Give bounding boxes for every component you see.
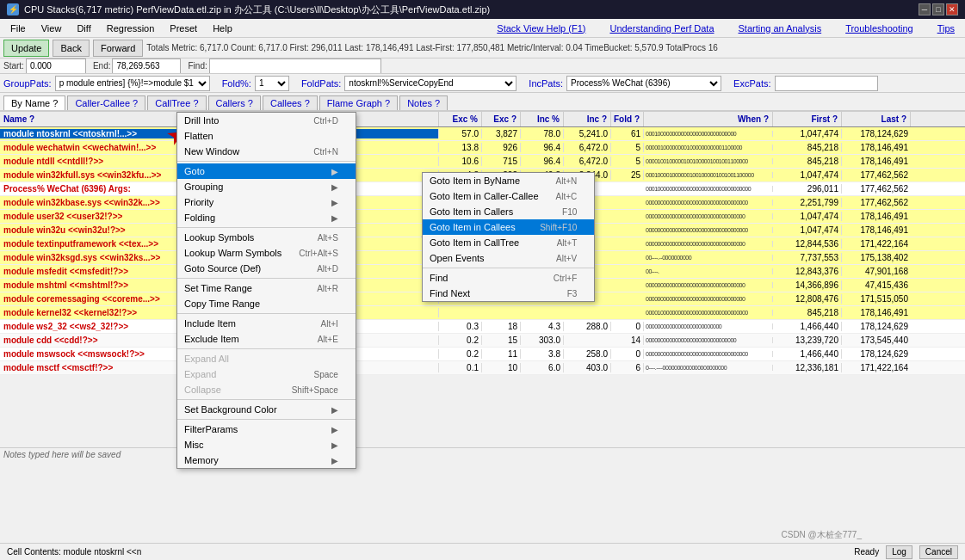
cm2-goto-caller-callee[interactable]: Goto Item in Caller-CalleeAlt+C	[423, 188, 594, 204]
cm1-grouping[interactable]: Grouping▶	[177, 179, 356, 194]
when-cell: 00001000000000000000000000000000000	[644, 310, 773, 316]
cm1-lookup-warm-symbols[interactable]: Lookup Warm SymbolsCtrl+Alt+S	[177, 245, 356, 261]
menu-diff[interactable]: Diff	[70, 20, 97, 37]
link-troubleshooting[interactable]: Troubleshooting	[838, 20, 919, 37]
cm1-copy-time-range[interactable]: Copy Time Range	[177, 296, 356, 311]
header-exc-pct[interactable]: Exc %	[439, 112, 482, 126]
cm1-drill-into[interactable]: Drill IntoCtrl+D	[177, 113, 356, 128]
grouppats-select[interactable]: p module entries] {%}!=>module $1 ▼	[55, 76, 210, 91]
when-cell: 00001001000001001000001001001100000	[644, 158, 773, 164]
tabs-bar: By Name ? Caller-Callee ? CallTree ? Cal…	[0, 93, 965, 112]
tab-callees[interactable]: Callees ?	[263, 95, 318, 110]
start-input[interactable]	[26, 58, 86, 74]
close-button[interactable]: ✕	[946, 3, 958, 15]
cm2-find-next[interactable]: Find NextF3	[423, 286, 594, 301]
table-row[interactable]: module mswsock <<mswsock!?>>0.2113.8258.…	[0, 348, 965, 361]
row-cell: 0	[611, 322, 644, 331]
first-cell: 14,366,896	[773, 280, 842, 290]
first-cell: 13,239,720	[773, 335, 842, 345]
foldpats-select[interactable]: ntoskrnl!%ServiceCopyEnd	[344, 76, 517, 91]
maximize-button[interactable]: □	[932, 3, 944, 15]
menu-file[interactable]: File	[3, 20, 33, 37]
header-exc[interactable]: Exc ?	[482, 112, 521, 126]
find-input[interactable]	[209, 58, 381, 74]
log-button[interactable]: Log	[886, 545, 912, 559]
minimize-button[interactable]: ─	[919, 3, 931, 15]
end-input[interactable]	[112, 58, 181, 74]
table-row[interactable]: module ntdll <<ntdll!?>>10.671596.46,472…	[0, 155, 965, 169]
cm2-find[interactable]: FindCtrl+F	[423, 270, 594, 286]
cm1-sep5	[177, 348, 356, 349]
table-row[interactable]: module kernel32 <<kernel32!?>>0000100000…	[0, 306, 965, 320]
cm1-new-window[interactable]: New WindowCtrl+N	[177, 144, 356, 159]
excpats-input[interactable]	[775, 76, 878, 91]
tab-by-name[interactable]: By Name ?	[3, 95, 65, 110]
cm2-goto-calltree[interactable]: Goto Item in CallTreeAlt+T	[423, 235, 594, 250]
context-menu-1[interactable]: Drill IntoCtrl+D Flatten New WindowCtrl+…	[176, 112, 356, 469]
last-cell: 178,146,491	[842, 308, 911, 317]
row-cell: 926	[482, 143, 521, 152]
cancel-button[interactable]: Cancel	[919, 545, 958, 559]
table-row[interactable]: module wechatwin <<wechatwin!...>>13.892…	[0, 141, 965, 155]
link-starting-analysis[interactable]: Starting an Analysis	[732, 20, 829, 37]
back-button[interactable]: Back	[53, 40, 89, 57]
tab-calltree[interactable]: CallTree ?	[147, 95, 206, 110]
table-row[interactable]: module ws2_32 <<ws2_32!?>>0.3184.3288.00…	[0, 320, 965, 334]
grouppats-label[interactable]: GroupPats:	[3, 78, 52, 89]
cm2-goto-byname[interactable]: Goto Item in ByNameAlt+N	[423, 173, 594, 188]
cm2-open-events[interactable]: Open EventsAlt+V	[423, 250, 594, 266]
table-row[interactable]: module msctf <<msctf!?>>0.1106.0403.060-…	[0, 361, 965, 375]
incpats-label[interactable]: IncPats:	[529, 78, 563, 89]
last-cell: 171,422,164	[842, 239, 911, 249]
cm1-exclude-item[interactable]: Exclude ItemAlt+E	[177, 331, 356, 347]
tab-notes[interactable]: Notes ?	[399, 95, 448, 110]
cm1-lookup-symbols[interactable]: Lookup SymbolsAlt+S	[177, 230, 356, 245]
link-understanding-perf[interactable]: Understanding Perf Data	[603, 20, 721, 37]
foldpats-label[interactable]: FoldPats:	[301, 78, 341, 89]
cm1-set-bg-color[interactable]: Set Background Color▶	[177, 402, 356, 417]
table-row[interactable]: module ntoskrnl <<ntoskrnl!...>>57.03,82…	[0, 127, 965, 141]
cm1-flatten[interactable]: Flatten	[177, 128, 356, 144]
header-first[interactable]: First ?	[773, 112, 842, 126]
info-bar: Start: End: Find:	[0, 58, 965, 74]
menu-regression[interactable]: Regression	[100, 20, 162, 37]
first-cell: 296,011	[773, 184, 842, 194]
cm1-set-time-range[interactable]: Set Time RangeAlt+R	[177, 280, 356, 296]
watermark: CSDN @木桩全777_	[781, 529, 862, 541]
cm1-misc[interactable]: Misc▶	[177, 437, 356, 452]
menu-view[interactable]: View	[34, 20, 69, 37]
link-stack-view-help[interactable]: Stack View Help (F1)	[490, 20, 592, 37]
when-cell: 0000000000000000000000000000000000	[644, 241, 773, 247]
excpats-label[interactable]: ExcPats:	[733, 78, 770, 89]
table-row[interactable]: module cdd <<cdd!?>>0.215303.01400000000…	[0, 334, 965, 348]
title-controls[interactable]: ─ □ ✕	[919, 3, 958, 15]
update-button[interactable]: Update	[3, 40, 49, 57]
header-inc-pct[interactable]: Inc %	[521, 112, 564, 126]
cm1-memory[interactable]: Memory▶	[177, 452, 356, 468]
cm2-goto-callees[interactable]: Goto Item in CalleesShift+F10	[423, 219, 594, 235]
cm1-goto-source[interactable]: Goto Source (Def)Alt+D	[177, 261, 356, 276]
tab-flame-graph[interactable]: Flame Graph ?	[319, 95, 398, 110]
cm2-goto-callers[interactable]: Goto Item in CallersF10	[423, 204, 594, 219]
header-when[interactable]: When ?	[644, 112, 773, 126]
foldpct-label[interactable]: Fold%:	[222, 78, 251, 89]
header-last[interactable]: Last ?	[842, 112, 911, 126]
tab-caller-callee[interactable]: Caller-Callee ?	[67, 95, 145, 110]
menu-preset[interactable]: Preset	[163, 20, 204, 37]
menu-help[interactable]: Help	[206, 20, 239, 37]
link-tips[interactable]: Tips	[931, 20, 962, 37]
tab-callers[interactable]: Callers ?	[208, 95, 261, 110]
cm1-priority[interactable]: Priority▶	[177, 194, 356, 210]
menu-bar: File View Diff Regression Preset Help St…	[0, 19, 965, 38]
cm1-goto[interactable]: Goto▶	[177, 163, 356, 179]
incpats-select[interactable]: Process% WeChat (6396)	[566, 76, 721, 91]
forward-button[interactable]: Forward	[93, 40, 143, 57]
header-fold[interactable]: Fold ?	[611, 112, 644, 126]
header-inc[interactable]: Inc ?	[564, 112, 611, 126]
cm1-folding[interactable]: Folding▶	[177, 210, 356, 225]
cm1-include-item[interactable]: Include ItemAlt+I	[177, 316, 356, 331]
context-menu-2[interactable]: Goto Item in ByNameAlt+N Goto Item in Ca…	[422, 172, 595, 302]
cm1-sep4	[177, 313, 356, 314]
cm1-filterparams[interactable]: FilterParams▶	[177, 422, 356, 437]
foldpct-select[interactable]: 1	[255, 76, 289, 91]
